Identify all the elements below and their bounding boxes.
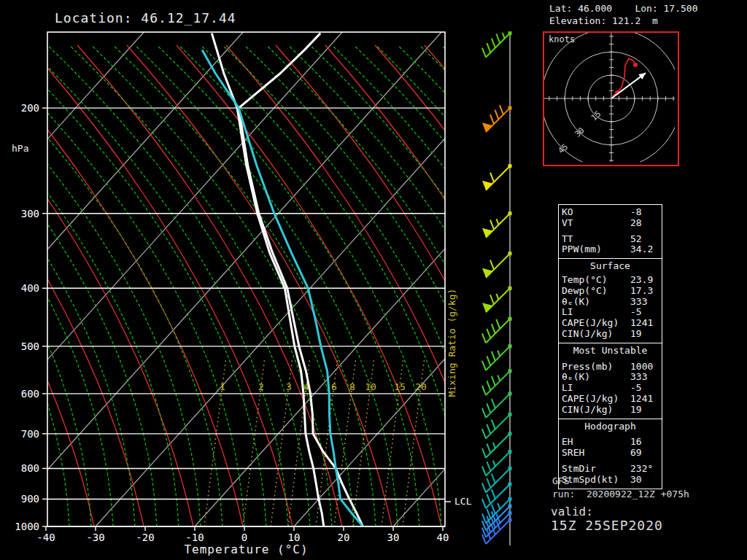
indices-row-label: CAPE(J/kg) [562, 318, 630, 329]
hodograph-dot [633, 63, 638, 67]
pressure-tick-label: 700 [21, 428, 39, 440]
indices-row: Press(mb)1000 [562, 362, 659, 373]
elevation-text: Elevation: 121.2 m [549, 15, 658, 26]
indices-row-value: 52 [630, 234, 659, 245]
mixing-ratio-value-label: 6 [331, 381, 337, 392]
indices-row-value: 16 [630, 437, 659, 448]
indices-box: KO-8VT28TT52PPW(mm)34.2 [558, 204, 662, 259]
indices-row-value: 19 [630, 405, 659, 416]
pressure-axis-label: hPa [12, 143, 28, 154]
indices-box-header: Surface [562, 261, 659, 272]
indices-row: CAPE(J/kg)1241 [562, 394, 659, 405]
indices-row-value: 17.3 [630, 286, 659, 297]
indices-row-label: SREH [562, 448, 630, 459]
temperature-tick-label: 20 [338, 532, 350, 543]
indices-row-label: LI [562, 307, 630, 318]
lcl-label: LCL [454, 496, 472, 507]
indices-row-value: -5 [630, 383, 659, 394]
indices-row-label: θₑ(K) [562, 297, 630, 308]
run-text: run: 20200922_12Z +075h [552, 489, 689, 499]
indices-row: LI-5 [562, 307, 659, 318]
mixing-ratio-value-label: 2 [258, 381, 264, 392]
indices-row-label: Press(mb) [562, 362, 630, 373]
wind-barb [482, 31, 512, 58]
indices-row-label: θₑ(K) [562, 372, 630, 383]
indices-row-value: 1241 [630, 394, 659, 405]
pressure-tick-label: 400 [21, 282, 39, 294]
indices-row: LI-5 [562, 383, 659, 394]
pressure-tick-label: 800 [21, 462, 39, 474]
hodograph-trace [613, 58, 638, 96]
temperature-tick-label: 10 [288, 532, 301, 543]
temperature-tick-label: -30 [86, 532, 104, 543]
indices-box-header: Most Unstable [562, 346, 659, 357]
storm-motion-arrow [611, 73, 646, 98]
mixing-ratio-value-label: 3 [286, 381, 292, 392]
indices-row-label: StmSpd(kt) [562, 475, 630, 486]
sounding-page: 2003004005006007008009001000123468101520… [0, 0, 747, 560]
wind-barb [482, 252, 512, 278]
indices-row: PPW(mm)34.2 [562, 244, 659, 255]
pressure-tick-label: 900 [21, 493, 39, 505]
wind-barb [482, 467, 512, 493]
hodograph-grid: 153045 [544, 33, 675, 162]
temperature-tick-label: 0 [241, 532, 247, 543]
indices-row-value: 333 [630, 372, 659, 383]
indices-row-value: 232° [630, 464, 659, 475]
temperature-tick-label: -40 [36, 532, 55, 543]
indices-row-value: 1241 [630, 318, 659, 329]
indices-row: θₑ(K)333 [562, 372, 659, 383]
indices-row-label: CIN(J/kg) [562, 405, 630, 416]
indices-row-label: CIN(J/kg) [562, 329, 630, 340]
temperature-tick-label: -20 [136, 532, 154, 543]
indices-row-label: CAPE(J/kg) [562, 394, 630, 405]
pressure-tick-label: 200 [21, 102, 39, 114]
temperature-tick-label: 40 [437, 532, 449, 543]
indices-box-header: Hodograph [562, 421, 659, 432]
indices-tables: KO-8VT28TT52PPW(mm)34.2SurfaceTemp(°C)23… [558, 205, 662, 489]
indices-row-value: 333 [630, 297, 659, 308]
wind-barb [482, 392, 512, 418]
pressure-tick-label: 500 [21, 341, 39, 352]
valid-time: 15Z 25SEP2020 [551, 518, 663, 533]
page-title: Location: 46.12_17.44 [55, 10, 236, 26]
mixing-ratio-labels: 123468101520 [220, 381, 427, 392]
mixing-ratio-value-label: 15 [394, 381, 406, 392]
indices-row-value: 28 [630, 218, 659, 229]
indices-row-value: 69 [630, 448, 659, 459]
indices-row: SREH69 [562, 448, 659, 459]
indices-row-label: Dewp(°C) [562, 286, 630, 297]
lcl-marker: LCL [445, 496, 472, 507]
temperature-tick-label: -10 [185, 532, 204, 543]
sounding-curves [202, 34, 363, 526]
indices-row-value: -8 [630, 207, 659, 218]
wind-barb [482, 344, 512, 370]
indices-row-value: 19 [630, 329, 659, 340]
mixing-ratio-axis-label: Mixing Ratio (g/kg) [446, 289, 457, 397]
mixing-ratio-value-label: 1 [220, 381, 225, 392]
pressure-tick-label: 300 [21, 208, 39, 219]
indices-row: θₑ(K)333 [562, 297, 659, 308]
indices-row-value: 23.9 [630, 275, 659, 286]
temperature-axis-label: Temperature (°C) [47, 542, 445, 556]
model-name: GFS [552, 475, 569, 486]
wind-barb-column [482, 31, 512, 545]
indices-row-label: EH [562, 437, 630, 448]
indices-row: KO-8 [562, 207, 659, 218]
indices-row-label: PPW(mm) [562, 244, 630, 255]
indices-row: Dewp(°C)17.3 [562, 286, 659, 297]
wind-barb [482, 211, 512, 238]
latlon-text: Lat: 46.000 Lon: 17.500 [549, 3, 698, 14]
indices-row-label: TT [562, 234, 630, 245]
indices-row-value: 30 [630, 475, 659, 486]
indices-row: TT52 [562, 234, 659, 245]
indices-row: StmDir232° [562, 464, 659, 475]
indices-row: CIN(J/kg)19 [562, 329, 659, 340]
indices-row: VT28 [562, 218, 659, 229]
mixing-ratio-value-label: 10 [365, 381, 376, 392]
hodograph-plot: 153045 [544, 33, 675, 162]
wind-barb [482, 105, 512, 132]
temperature-axis: -40-30-20-10010203040 [36, 526, 449, 543]
wind-barb [482, 317, 512, 343]
indices-row-value: 34.2 [630, 244, 659, 255]
